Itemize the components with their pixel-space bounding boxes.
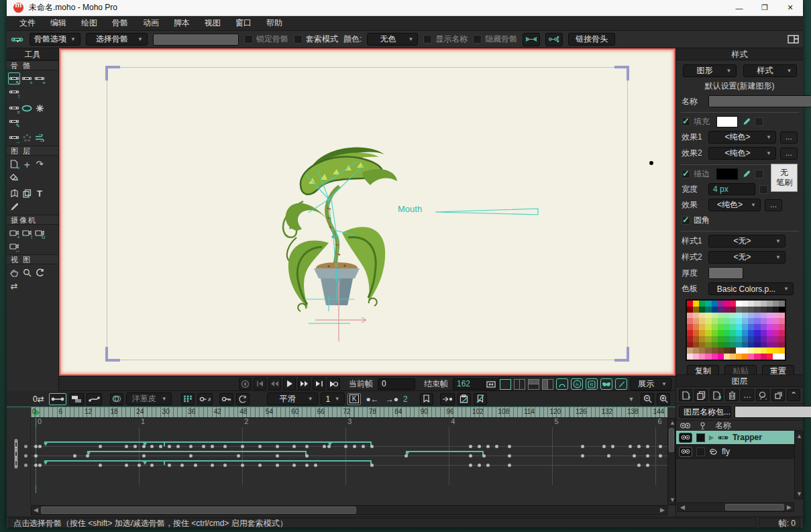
keyframe[interactable] bbox=[189, 445, 193, 448]
fit-canvas-icon[interactable] bbox=[484, 378, 497, 390]
palette-swatch[interactable] bbox=[736, 354, 742, 360]
keyframe[interactable] bbox=[486, 445, 490, 448]
palette-swatch[interactable] bbox=[748, 324, 754, 330]
tool-bone-strength[interactable] bbox=[34, 102, 46, 114]
paint-toggle-icon[interactable] bbox=[615, 378, 627, 390]
width-extra-toggle[interactable] bbox=[759, 185, 768, 194]
palette-swatch[interactable] bbox=[730, 307, 736, 313]
palette-swatch[interactable] bbox=[754, 324, 760, 330]
show-all-keys-button[interactable] bbox=[181, 393, 195, 405]
palette-swatch[interactable] bbox=[736, 342, 742, 348]
keyframe[interactable] bbox=[482, 454, 486, 458]
onion-skin-toggle-icon[interactable] bbox=[556, 378, 568, 390]
keyframe[interactable] bbox=[659, 454, 662, 458]
stroke-effect-dropdown[interactable]: <纯色>▼ bbox=[708, 199, 761, 211]
palette-swatch[interactable] bbox=[699, 318, 705, 324]
palette-swatch[interactable] bbox=[748, 318, 754, 324]
tool-page-flip[interactable] bbox=[8, 187, 20, 199]
stroke-extra-swatch[interactable] bbox=[755, 170, 763, 178]
palette-swatch[interactable] bbox=[779, 307, 785, 313]
palette-swatch[interactable] bbox=[705, 336, 711, 342]
fill-color-swatch[interactable] bbox=[716, 116, 738, 127]
palette-swatch[interactable] bbox=[705, 313, 711, 319]
palette-swatch[interactable] bbox=[748, 348, 754, 354]
palette-swatch[interactable] bbox=[699, 313, 705, 319]
new-layer-button[interactable] bbox=[679, 389, 692, 401]
keyframe[interactable] bbox=[38, 445, 42, 448]
palette-swatch[interactable] bbox=[773, 318, 779, 324]
next-keyframe-button[interactable] bbox=[313, 378, 325, 390]
palette-swatch[interactable] bbox=[699, 342, 705, 348]
menu-item-8[interactable]: 窗口 bbox=[228, 16, 259, 30]
palette-swatch[interactable] bbox=[699, 301, 705, 307]
hide-bones-checkbox[interactable]: 隐藏骨骼 bbox=[473, 34, 517, 45]
palette-swatch[interactable] bbox=[742, 301, 748, 307]
keyframe[interactable] bbox=[168, 445, 171, 448]
style1-dropdown[interactable]: <无>▼ bbox=[708, 235, 786, 248]
palette-swatch[interactable] bbox=[705, 348, 711, 354]
palette-swatch[interactable] bbox=[742, 330, 748, 336]
palette-swatch[interactable] bbox=[742, 324, 748, 330]
collapse-panel-button[interactable]: ⌃ bbox=[787, 389, 800, 401]
keyframe[interactable] bbox=[194, 464, 197, 467]
palette-swatch[interactable] bbox=[730, 336, 736, 342]
palette-swatch[interactable] bbox=[687, 318, 693, 324]
palette-swatch[interactable] bbox=[687, 307, 693, 313]
palette-swatch[interactable] bbox=[767, 354, 773, 360]
tool-reparent-bone[interactable]: » bbox=[34, 72, 46, 85]
palette-swatch[interactable] bbox=[699, 307, 705, 313]
tool-zoom-view[interactable] bbox=[21, 266, 33, 278]
palette-swatch[interactable] bbox=[761, 318, 767, 324]
palette-swatch[interactable] bbox=[730, 324, 736, 330]
prev-key-nav-button[interactable]: ●← bbox=[364, 393, 380, 405]
palette-swatch[interactable] bbox=[712, 318, 718, 324]
palette-swatch[interactable] bbox=[773, 348, 779, 354]
palette-swatch[interactable] bbox=[705, 354, 711, 360]
keyframe[interactable] bbox=[637, 464, 641, 467]
tool-camera-roll[interactable]: ↻ bbox=[34, 227, 46, 239]
palette-swatch[interactable] bbox=[773, 330, 779, 336]
keyframe[interactable] bbox=[38, 464, 42, 467]
keyframe[interactable] bbox=[276, 445, 279, 448]
tool-bone-pen[interactable]: ✎ bbox=[8, 115, 20, 127]
palette-swatch[interactable] bbox=[736, 318, 742, 324]
palette-swatch[interactable] bbox=[724, 336, 730, 342]
tool-rotate-layer[interactable]: ↷ bbox=[34, 158, 46, 170]
keyframe[interactable] bbox=[133, 445, 137, 448]
palette-swatch[interactable] bbox=[773, 301, 779, 307]
keyframe[interactable] bbox=[99, 445, 102, 448]
palette-swatch[interactable] bbox=[742, 318, 748, 324]
duplicate-layer-button[interactable] bbox=[694, 389, 708, 401]
palette-swatch[interactable] bbox=[712, 348, 718, 354]
palette-swatch[interactable] bbox=[767, 318, 773, 324]
color-palette[interactable] bbox=[686, 299, 786, 361]
keyframe[interactable] bbox=[202, 445, 205, 448]
view-quad-button[interactable] bbox=[542, 379, 553, 390]
palette-swatch[interactable] bbox=[767, 348, 773, 354]
palette-swatch[interactable] bbox=[742, 354, 748, 360]
current-frame-input[interactable] bbox=[378, 378, 415, 390]
prev-keyframe-button[interactable] bbox=[254, 378, 266, 390]
keyframe[interactable] bbox=[478, 445, 481, 448]
palette-swatch[interactable] bbox=[699, 324, 705, 330]
palette-swatch[interactable] bbox=[748, 354, 754, 360]
palette-swatch[interactable] bbox=[693, 307, 699, 313]
tool-camera-track[interactable]: ↕ bbox=[21, 227, 33, 239]
palette-swatch[interactable] bbox=[779, 301, 785, 307]
palette-swatch[interactable] bbox=[779, 313, 785, 319]
menu-item-6[interactable]: 脚本 bbox=[166, 16, 197, 30]
palette-swatch[interactable] bbox=[699, 354, 705, 360]
palette-swatch[interactable] bbox=[699, 348, 705, 354]
keyframe[interactable] bbox=[327, 445, 331, 448]
keyframe[interactable] bbox=[633, 454, 636, 458]
keyframe[interactable] bbox=[478, 464, 481, 467]
show-names-checkbox[interactable]: 显示名称 bbox=[423, 34, 468, 45]
palette-swatch[interactable] bbox=[761, 336, 767, 342]
keyframe[interactable] bbox=[292, 445, 296, 448]
timeline-vscrollbar[interactable]: ▲▼ bbox=[667, 418, 675, 505]
keyframe[interactable] bbox=[150, 464, 154, 467]
palette-swatch[interactable] bbox=[705, 307, 711, 313]
keyframe[interactable] bbox=[223, 445, 227, 448]
layer-search-input[interactable] bbox=[735, 406, 811, 418]
palette-swatch[interactable] bbox=[687, 348, 693, 354]
